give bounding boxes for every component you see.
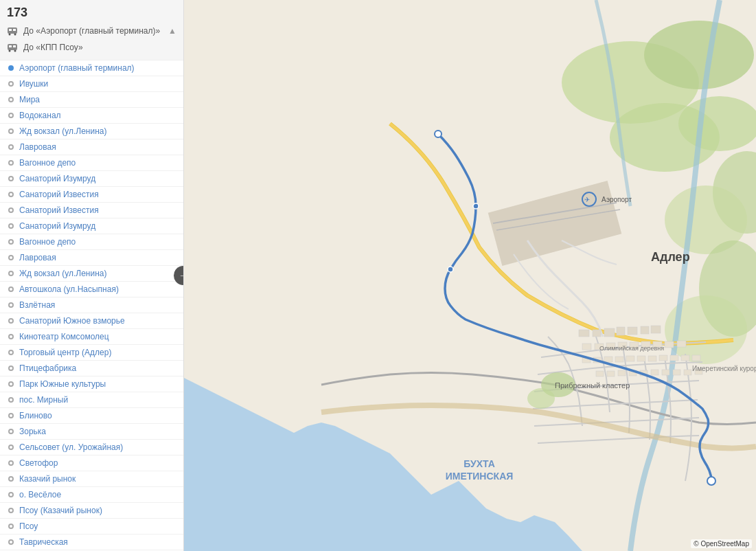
stop-name[interactable]: Санаторий Южное взморье xyxy=(19,316,125,326)
stop-name[interactable]: Вагонное депо xyxy=(19,158,76,168)
stop-name[interactable]: Блиново xyxy=(19,411,52,420)
stop-item[interactable]: Казачий рынок xyxy=(0,471,183,487)
stop-item[interactable]: Санаторий Южное взморье xyxy=(0,313,183,329)
svg-point-4 xyxy=(14,34,16,36)
svg-rect-26 xyxy=(617,327,625,335)
stop-item[interactable]: Псоу xyxy=(0,519,183,535)
bus-icon-1 xyxy=(7,25,18,36)
stop-item[interactable]: Жд вокзал (ул.Ленина) xyxy=(0,266,183,282)
stop-item[interactable]: Автошкола (ул.Насыпная) xyxy=(0,282,183,297)
stop-item[interactable]: Светофор xyxy=(0,456,183,471)
stop-name[interactable]: Санаторий Изумруд xyxy=(19,221,95,231)
svg-rect-44 xyxy=(637,356,645,361)
map-svg: Адлер ✈ Аэропорт Прибрежный кластер Имер… xyxy=(184,0,756,551)
stop-name[interactable]: Кинотеатр Комсомолец xyxy=(19,332,109,341)
stop-item[interactable]: Вагонное депо xyxy=(0,155,183,171)
svg-text:ИМЕТИНСКАЯ: ИМЕТИНСКАЯ xyxy=(446,471,514,482)
stop-name[interactable]: Взлётная xyxy=(19,300,55,310)
stop-item[interactable]: Птицефабрика xyxy=(0,361,183,376)
stop-name[interactable]: Ивушки xyxy=(19,79,48,89)
stop-item[interactable]: Аэропорт (главный терминал) xyxy=(0,60,183,76)
stop-item[interactable]: Таврическая xyxy=(0,535,183,550)
route-direction-1[interactable]: До «Аэропорт (главный терминал)» ▲ xyxy=(7,23,176,39)
svg-point-61 xyxy=(527,388,555,409)
stop-name[interactable]: Лавровая xyxy=(19,253,56,262)
direction-arrow-1: ▲ xyxy=(168,26,176,36)
stop-name[interactable]: о. Весёлое xyxy=(19,490,61,499)
stop-item[interactable]: Лавровая xyxy=(0,139,183,155)
stop-name[interactable]: Санаторий Изумруд xyxy=(19,174,95,183)
stop-dot xyxy=(8,128,14,134)
stop-name[interactable]: Жд вокзал (ул.Ленина) xyxy=(19,126,106,136)
stop-item[interactable]: Санаторий Известия xyxy=(0,187,183,203)
stop-item[interactable]: о. Весёлое xyxy=(0,487,183,503)
stop-item[interactable]: Водоканал xyxy=(0,108,183,124)
stop-item[interactable]: Псоу (Казачий рынок) xyxy=(0,503,183,519)
svg-rect-7 xyxy=(13,45,16,47)
stop-name[interactable]: Аэропорт (главный терминал) xyxy=(19,63,135,73)
svg-rect-2 xyxy=(13,29,16,31)
sidebar-header: 173 До «Аэропорт (главный терминал)» ▲ Д… xyxy=(0,0,183,60)
stop-name[interactable]: Санаторий Известия xyxy=(19,205,99,215)
stop-item[interactable]: Мира xyxy=(0,92,183,108)
stop-item[interactable]: Вагонное депо xyxy=(0,234,183,250)
svg-rect-57 xyxy=(673,370,680,375)
svg-rect-43 xyxy=(626,356,634,361)
svg-rect-28 xyxy=(641,326,649,334)
stop-name[interactable]: Лавровая xyxy=(19,142,56,152)
stop-dot xyxy=(8,445,14,450)
stop-name[interactable]: Таврическая xyxy=(19,537,68,547)
svg-point-8 xyxy=(9,50,11,52)
stop-item[interactable]: Блиново xyxy=(0,408,183,424)
stop-name[interactable]: Парк Южные культуры xyxy=(19,379,106,389)
stop-item[interactable]: пос. Мирный xyxy=(0,392,183,408)
stop-name[interactable]: Мира xyxy=(19,95,40,104)
stop-name[interactable]: Автошкола (ул.Насыпная) xyxy=(19,284,119,294)
svg-rect-37 xyxy=(665,341,674,348)
map-area[interactable]: Адлер ✈ Аэропорт Прибрежный кластер Имер… xyxy=(184,0,756,551)
stop-name[interactable]: Казачий рынок xyxy=(19,474,76,484)
stop-item[interactable]: Торговый центр (Адлер) xyxy=(0,345,183,361)
svg-rect-29 xyxy=(651,326,661,333)
stop-name[interactable]: Псоу xyxy=(19,521,38,531)
stop-dot xyxy=(8,350,14,355)
stop-item[interactable]: Кинотеатр Комсомолец xyxy=(0,329,183,345)
stop-name[interactable]: Жд вокзал (ул.Ленина) xyxy=(19,269,106,278)
stop-item[interactable]: Зорька xyxy=(0,424,183,440)
route-direction-text-1: До «Аэропорт (главный терминал)» xyxy=(23,26,165,36)
svg-rect-41 xyxy=(604,357,612,362)
route-direction-2[interactable]: До «КПП Псоу» xyxy=(7,39,176,56)
stop-item[interactable]: Санаторий Известия xyxy=(0,203,183,218)
stop-name[interactable]: Санаторий Известия xyxy=(19,190,99,199)
stop-item[interactable]: Жд вокзал (ул.Ленина) xyxy=(0,124,183,139)
svg-rect-30 xyxy=(582,344,591,350)
stop-dot xyxy=(8,65,14,71)
stop-item[interactable]: Парк Южные культуры xyxy=(0,376,183,392)
stop-item[interactable]: Взлётная xyxy=(0,297,183,313)
stop-name[interactable]: Сельсовет (ул. Урожайная) xyxy=(19,442,123,452)
route-number: 173 xyxy=(7,5,176,20)
stop-name[interactable]: Водоканал xyxy=(19,111,61,120)
bus-icon-2 xyxy=(7,42,18,53)
svg-rect-25 xyxy=(604,328,615,337)
stop-name[interactable]: Вагонное депо xyxy=(19,237,76,247)
stop-name[interactable]: Псоу (Казачий рынок) xyxy=(19,506,102,515)
stop-name[interactable]: Торговый центр (Адлер) xyxy=(19,348,111,357)
stop-dot xyxy=(8,539,14,545)
stops-list: Аэропорт (главный терминал)ИвушкиМираВод… xyxy=(0,60,183,551)
svg-rect-50 xyxy=(596,371,604,376)
stop-item[interactable]: Санаторий Изумруд xyxy=(0,218,183,234)
stop-dot xyxy=(8,508,14,513)
stop-item[interactable]: Лавровая xyxy=(0,250,183,266)
stop-name[interactable]: Птицефабрика xyxy=(19,363,76,373)
stop-dot xyxy=(8,113,14,118)
stop-name[interactable]: Светофор xyxy=(19,458,58,468)
svg-rect-55 xyxy=(651,370,658,375)
stop-item[interactable]: Сельсовет (ул. Урожайная) xyxy=(0,440,183,456)
svg-rect-52 xyxy=(618,370,626,376)
stop-name[interactable]: пос. Мирный xyxy=(19,395,68,405)
stop-item[interactable]: Ивушки xyxy=(0,76,183,92)
stop-name[interactable]: Зорька xyxy=(19,427,46,436)
stop-item[interactable]: Санаторий Изумруд xyxy=(0,171,183,187)
stop-dot xyxy=(8,366,14,371)
